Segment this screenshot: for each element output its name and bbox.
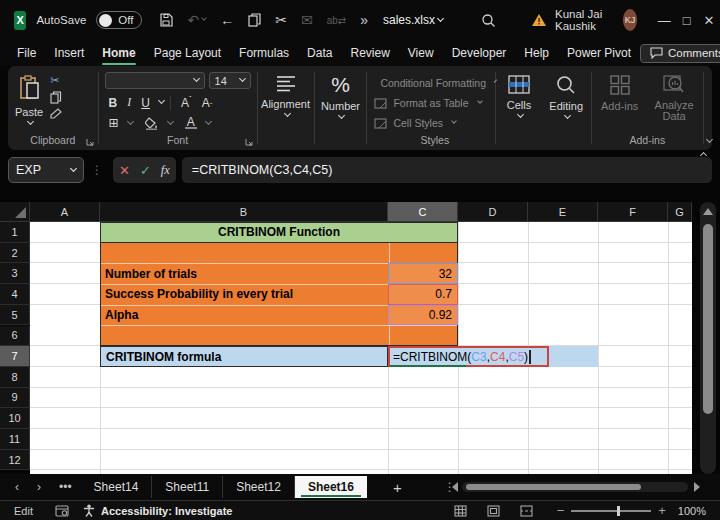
scroll-left-icon[interactable] bbox=[452, 482, 458, 492]
conditional-formatting-button[interactable]: Conditional Formatting bbox=[374, 73, 495, 93]
tabs-prev-icon[interactable]: ‹ bbox=[6, 480, 28, 494]
decrease-font-button[interactable]: Aˇ bbox=[198, 95, 217, 111]
cell-c3-value[interactable]: 32 bbox=[388, 263, 458, 284]
column-header-b[interactable]: B bbox=[100, 202, 388, 222]
clipboard-dialog-launcher[interactable] bbox=[86, 138, 94, 146]
borders-button[interactable]: ⊞ bbox=[105, 115, 123, 131]
font-dialog-launcher[interactable] bbox=[245, 138, 253, 146]
sheet-tab-sheet12[interactable]: Sheet12 bbox=[223, 476, 295, 498]
font-name-combo[interactable] bbox=[105, 72, 205, 89]
italic-button[interactable]: I bbox=[123, 94, 135, 111]
cell-c7-formula[interactable]: =CRITBINOM(C3,C4,C5) bbox=[388, 346, 549, 367]
row-header-3[interactable]: 3 bbox=[0, 263, 30, 284]
page-break-view-icon[interactable] bbox=[520, 505, 533, 517]
avatar[interactable]: KJ bbox=[623, 9, 637, 31]
tab-home[interactable]: Home bbox=[93, 42, 144, 64]
row-header-12[interactable]: 12 bbox=[0, 450, 30, 471]
addins-button[interactable]: Add-ins bbox=[594, 71, 645, 134]
translate-icon[interactable]: ab⇄ bbox=[327, 15, 347, 26]
cells-button[interactable]: Cells bbox=[500, 71, 538, 146]
cancel-entry-button[interactable]: ✕ bbox=[119, 163, 130, 178]
scroll-up-icon[interactable] bbox=[703, 208, 713, 215]
row-header-10[interactable]: 10 bbox=[0, 408, 30, 429]
tab-review[interactable]: Review bbox=[341, 42, 398, 64]
sheet-cells[interactable]: CRITBINOM Function Number of trials Succ… bbox=[30, 222, 692, 474]
normal-view-icon[interactable] bbox=[454, 505, 467, 517]
font-color-chevron-icon[interactable] bbox=[205, 117, 212, 124]
sheet-tab-sheet11[interactable]: Sheet11 bbox=[152, 476, 223, 498]
user-name[interactable]: Kunal Jai Kaushik bbox=[555, 8, 615, 32]
increase-font-button[interactable]: Aˆ bbox=[177, 95, 196, 111]
undo-icon[interactable]: ↶ bbox=[187, 12, 206, 28]
scroll-right-icon[interactable] bbox=[694, 482, 700, 492]
mail-icon[interactable]: ✉ bbox=[301, 12, 313, 28]
save-icon[interactable] bbox=[159, 13, 173, 27]
tab-data[interactable]: Data bbox=[298, 42, 341, 64]
macro-record-icon[interactable] bbox=[55, 505, 69, 517]
row-header-5[interactable]: 5 bbox=[0, 305, 30, 326]
column-header-d[interactable]: D bbox=[458, 202, 528, 222]
tab-page-layout[interactable]: Page Layout bbox=[145, 42, 230, 64]
fill-color-chevron-icon[interactable] bbox=[167, 117, 174, 124]
cell-b5-label[interactable]: Alpha bbox=[100, 305, 388, 326]
cell-b1-title[interactable]: CRITBINOM Function bbox=[100, 222, 458, 243]
tab-developer[interactable]: Developer bbox=[443, 42, 516, 64]
format-painter-icon[interactable] bbox=[50, 108, 63, 120]
row-header-1[interactable]: 1 bbox=[0, 222, 30, 243]
column-header-g[interactable]: G bbox=[668, 202, 692, 222]
number-button[interactable]: % Number bbox=[314, 71, 367, 146]
zoom-slider-thumb[interactable] bbox=[617, 506, 620, 516]
accessibility-status[interactable]: Accessibility: Investigate bbox=[101, 505, 232, 517]
back-icon[interactable]: ← bbox=[220, 12, 234, 28]
autosave-toggle[interactable]: Off bbox=[96, 11, 142, 29]
fill-color-button[interactable] bbox=[141, 116, 163, 131]
warning-icon[interactable] bbox=[531, 13, 547, 27]
minimize-button[interactable]: ― bbox=[653, 0, 675, 40]
alignment-button[interactable]: Alignment bbox=[254, 71, 317, 146]
zoom-slider[interactable] bbox=[571, 510, 651, 512]
tab-help[interactable]: Help bbox=[515, 42, 558, 64]
tabs-next-icon[interactable]: › bbox=[28, 480, 50, 494]
row-header-4[interactable]: 4 bbox=[0, 284, 30, 305]
borders-chevron-icon[interactable] bbox=[127, 117, 134, 124]
cell-c5-value[interactable]: 0.92 bbox=[388, 305, 458, 326]
cell-styles-button[interactable]: Cell Styles bbox=[374, 113, 495, 133]
tab-power-pivot[interactable]: Power Pivot bbox=[558, 42, 640, 64]
ribbon-collapse-icon[interactable] bbox=[706, 136, 713, 143]
tab-formulas[interactable]: Formulas bbox=[230, 42, 298, 64]
tab-view[interactable]: View bbox=[399, 42, 443, 64]
underline-button[interactable]: U bbox=[137, 95, 154, 111]
tab-insert[interactable]: Insert bbox=[45, 42, 93, 64]
name-box[interactable]: EXP bbox=[8, 157, 84, 183]
copy-icon[interactable] bbox=[248, 13, 261, 27]
sheet-tab-sheet14[interactable]: Sheet14 bbox=[81, 476, 153, 498]
column-header-c[interactable]: C bbox=[388, 202, 458, 222]
file-name[interactable]: sales.xlsx bbox=[383, 13, 443, 27]
row-header-2[interactable]: 2 bbox=[0, 243, 30, 264]
row-header-8[interactable]: 8 bbox=[0, 367, 30, 388]
underline-chevron-icon[interactable] bbox=[158, 97, 165, 104]
column-header-e[interactable]: E bbox=[528, 202, 598, 222]
column-header-f[interactable]: F bbox=[598, 202, 668, 222]
format-as-table-button[interactable]: Format as Table bbox=[374, 93, 495, 113]
editing-button[interactable]: Editing bbox=[542, 71, 590, 146]
excel-logo-icon[interactable]: X bbox=[14, 11, 26, 30]
row-header-7[interactable]: 7 bbox=[0, 346, 30, 367]
cut-icon[interactable]: ✂ bbox=[50, 74, 63, 87]
zoom-out-button[interactable]: − bbox=[557, 503, 565, 518]
row-header-6[interactable]: 6 bbox=[0, 326, 30, 347]
zoom-level[interactable]: 100% bbox=[678, 505, 706, 517]
font-size-combo[interactable]: 14 bbox=[209, 72, 251, 89]
cell-c4-value[interactable]: 0.7 bbox=[388, 284, 458, 305]
analyze-data-button[interactable]: AnalyzeData bbox=[648, 71, 701, 134]
zoom-in-button[interactable]: + bbox=[658, 503, 666, 518]
sheet-tab-sheet16[interactable]: Sheet16 bbox=[295, 476, 367, 498]
horizontal-scroll-thumb[interactable] bbox=[466, 484, 641, 490]
formula-input[interactable]: =CRITBINOM(C3,C4,C5) bbox=[182, 157, 712, 183]
cell-b7-label[interactable]: CRITBINOM formula bbox=[100, 346, 388, 367]
horizontal-scrollbar[interactable] bbox=[462, 482, 688, 492]
select-all-corner[interactable] bbox=[0, 202, 30, 222]
vertical-scrollbar[interactable] bbox=[700, 202, 716, 474]
font-color-button[interactable]: A bbox=[181, 116, 201, 131]
paste-button[interactable]: Paste bbox=[8, 71, 50, 134]
